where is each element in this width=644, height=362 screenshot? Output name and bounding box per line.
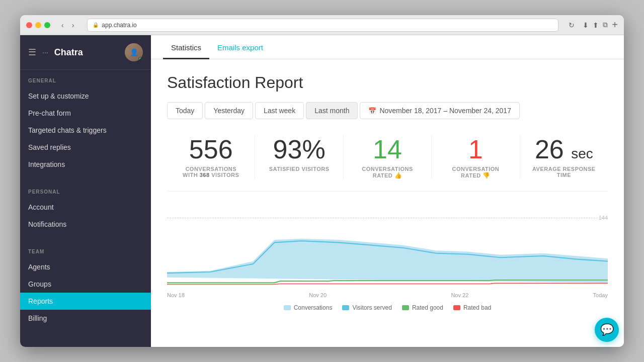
filter-today[interactable]: Today [167, 102, 203, 119]
lock-icon: 🔒 [93, 22, 99, 28]
url-text: app.chatra.io [102, 22, 136, 29]
chart-x-labels: Nov 18 Nov 20 Nov 22 Today [167, 292, 608, 298]
chart-legend: Conversations Visitors served Rated good… [167, 304, 608, 311]
x-label-nov22: Nov 22 [451, 292, 468, 298]
address-bar[interactable]: 🔒 app.chatra.io [87, 19, 558, 32]
filter-yesterday[interactable]: Yesterday [205, 102, 253, 119]
legend-dot-rated-good [402, 305, 409, 310]
x-label-nov18: Nov 18 [167, 292, 185, 298]
legend-label-rated-good: Rated good [412, 304, 443, 311]
content-area: Satisfaction Report Today Yesterday Last… [151, 59, 624, 347]
app-container: ☰ ··· Chatra 👤 GENERAL Set up & customiz… [20, 35, 624, 347]
stat-rated-bad: 1 CONVERSATIONRATED 👎 [432, 135, 520, 179]
section-label-general: GENERAL [20, 78, 151, 87]
legend-visitors: Visitors served [342, 304, 391, 311]
tab-statistics[interactable]: Statistics [163, 35, 209, 59]
stat-response-time-number: 26 sec [528, 135, 600, 164]
sidebar: ☰ ··· Chatra 👤 GENERAL Set up & customiz… [20, 35, 151, 347]
sidebar-item-notifications[interactable]: Notifications [20, 216, 151, 233]
legend-label-conversations: Conversations [294, 304, 333, 311]
stat-conversations: 556 CONVERSATIONSWITH 368 VISITORS [167, 135, 255, 179]
nav-buttons: ‹ › [58, 20, 77, 30]
stat-rated-good-label: CONVERSATIONSRATED 👍 [352, 166, 423, 179]
traffic-lights [26, 22, 50, 28]
filter-bar: Today Yesterday Last week Last month 📅 N… [167, 102, 608, 119]
pip-button[interactable]: ⧉ [603, 21, 608, 29]
stat-conversations-number: 556 [175, 135, 247, 164]
stat-rated-bad-number: 1 [440, 135, 511, 164]
sidebar-item-targeted[interactable]: Targeted chats & triggers [20, 122, 151, 139]
new-tab-button[interactable]: + [612, 19, 618, 31]
stat-satisfied: 93% SATISFIED VISITORS [255, 135, 343, 179]
sidebar-item-getapps[interactable]: Get apps [20, 343, 151, 347]
legend-label-visitors: Visitors served [352, 304, 391, 311]
download-button[interactable]: ⬇ [583, 21, 589, 29]
stat-rated-good: 14 CONVERSATIONSRATED 👍 [344, 135, 432, 179]
main-content: Statistics Emails export Satisfaction Re… [151, 35, 624, 347]
chart-svg [167, 208, 608, 288]
maximize-button[interactable] [44, 22, 50, 28]
sidebar-section-general: GENERAL Set up & customize Pre-chat form… [20, 70, 151, 181]
filter-last-month[interactable]: Last month [306, 102, 358, 119]
tabs-bar: Statistics Emails export [151, 35, 624, 59]
sidebar-section-apps: Get apps [20, 335, 151, 347]
chat-fab[interactable]: 💬 [595, 318, 619, 342]
stat-satisfied-number: 93% [263, 135, 335, 164]
stat-rated-bad-label: CONVERSATIONRATED 👎 [440, 166, 511, 179]
sidebar-item-integrations[interactable]: Integrations [20, 156, 151, 173]
calendar-icon: 📅 [368, 107, 376, 115]
forward-button[interactable]: › [69, 20, 77, 30]
sidebar-header: ☰ ··· Chatra 👤 [20, 35, 151, 70]
stat-rated-good-number: 14 [352, 135, 423, 164]
svg-marker-0 [167, 239, 608, 283]
sidebar-item-billing[interactable]: Billing [20, 310, 151, 327]
sidebar-item-reports[interactable]: Reports [20, 293, 151, 310]
sidebar-item-setup[interactable]: Set up & customize [20, 87, 151, 105]
chart-dashed-label: 144 [599, 215, 608, 221]
legend-dot-visitors [342, 305, 349, 310]
x-label-today: Today [593, 292, 608, 298]
sidebar-item-account[interactable]: Account [20, 199, 151, 216]
sidebar-item-prechat[interactable]: Pre-chat form [20, 105, 151, 122]
legend-dot-conversations [284, 305, 291, 310]
avatar[interactable]: 👤 [125, 43, 143, 61]
legend-dot-rated-bad [453, 305, 460, 310]
date-range-picker[interactable]: 📅 November 18, 2017 – November 24, 2017 [360, 102, 520, 119]
brand-name: Chatra [54, 47, 119, 58]
tab-emails-export[interactable]: Emails export [209, 35, 271, 59]
chart-dashed-line [167, 218, 608, 218]
sidebar-item-agents[interactable]: Agents [20, 258, 151, 276]
sidebar-item-saved[interactable]: Saved replies [20, 139, 151, 156]
online-indicator [138, 57, 142, 61]
chart-container: 144 [167, 208, 608, 288]
share-button[interactable]: ⬆ [593, 21, 599, 29]
legend-conversations: Conversations [284, 304, 333, 311]
close-button[interactable] [26, 22, 32, 28]
stat-response-time-label: AVERAGE RESPONSETIME [528, 166, 600, 178]
reload-button[interactable]: ↻ [569, 21, 575, 29]
stat-satisfied-label: SATISFIED VISITORS [263, 166, 335, 172]
back-button[interactable]: ‹ [58, 20, 67, 30]
sidebar-section-team: TEAM Agents Groups Reports Billing [20, 241, 151, 335]
sidebar-section-personal: PERSONAL Account Notifications [20, 181, 151, 241]
stats-grid: 556 CONVERSATIONSWITH 368 VISITORS 93% S… [167, 135, 608, 192]
x-label-nov20: Nov 20 [309, 292, 327, 298]
browser-titlebar: ‹ › 🔒 app.chatra.io ↻ ⬇ ⬆ ⧉ + [20, 15, 624, 35]
legend-rated-good: Rated good [402, 304, 443, 311]
legend-label-rated-bad: Rated bad [463, 304, 491, 311]
page-title: Satisfaction Report [167, 73, 608, 92]
section-label-team: TEAM [20, 249, 151, 258]
date-range-label: November 18, 2017 – November 24, 2017 [379, 107, 511, 115]
hamburger-icon[interactable]: ☰ [28, 47, 36, 58]
sidebar-item-groups[interactable]: Groups [20, 276, 151, 293]
minimize-button[interactable] [35, 22, 41, 28]
legend-rated-bad: Rated bad [453, 304, 491, 311]
stat-conversations-label: CONVERSATIONSWITH 368 VISITORS [175, 166, 247, 178]
filter-last-week[interactable]: Last week [255, 102, 304, 119]
section-label-personal: PERSONAL [20, 189, 151, 199]
stat-response-time: 26 sec AVERAGE RESPONSETIME [520, 135, 608, 179]
browser-actions: ⬇ ⬆ ⧉ [583, 21, 608, 29]
brand-dots: ··· [42, 48, 48, 56]
